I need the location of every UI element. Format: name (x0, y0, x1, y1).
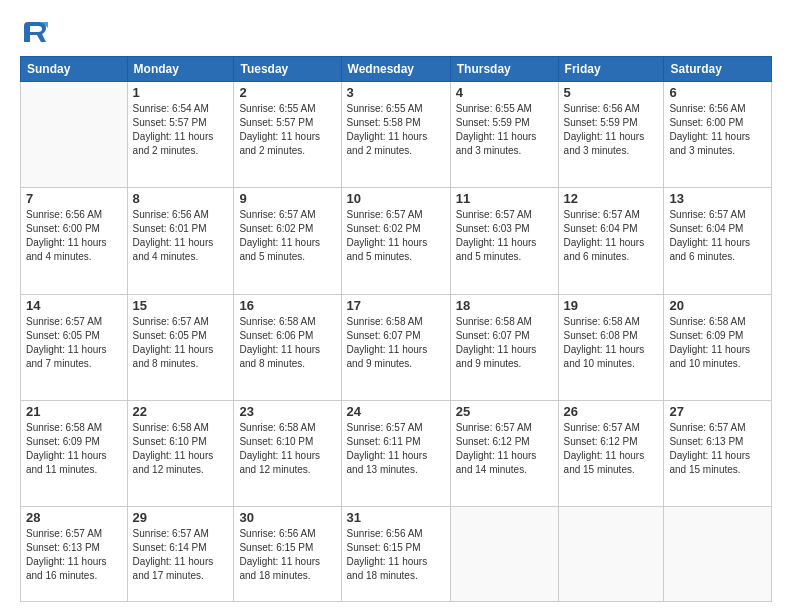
day-info: Sunrise: 6:56 AMSunset: 6:15 PMDaylight:… (239, 527, 335, 583)
day-cell: 2Sunrise: 6:55 AMSunset: 5:57 PMDaylight… (234, 82, 341, 188)
day-info: Sunrise: 6:58 AMSunset: 6:08 PMDaylight:… (564, 315, 659, 371)
day-info: Sunrise: 6:57 AMSunset: 6:04 PMDaylight:… (564, 208, 659, 264)
day-number: 23 (239, 404, 335, 419)
day-info: Sunrise: 6:57 AMSunset: 6:02 PMDaylight:… (347, 208, 445, 264)
day-info: Sunrise: 6:58 AMSunset: 6:06 PMDaylight:… (239, 315, 335, 371)
week-row-3: 14Sunrise: 6:57 AMSunset: 6:05 PMDayligh… (21, 294, 772, 400)
day-cell: 6Sunrise: 6:56 AMSunset: 6:00 PMDaylight… (664, 82, 772, 188)
day-info: Sunrise: 6:57 AMSunset: 6:13 PMDaylight:… (669, 421, 766, 477)
day-cell (664, 507, 772, 602)
day-cell (450, 507, 558, 602)
header (20, 18, 772, 46)
header-row: SundayMondayTuesdayWednesdayThursdayFrid… (21, 57, 772, 82)
day-cell: 20Sunrise: 6:58 AMSunset: 6:09 PMDayligh… (664, 294, 772, 400)
col-header-friday: Friday (558, 57, 664, 82)
day-cell: 21Sunrise: 6:58 AMSunset: 6:09 PMDayligh… (21, 401, 128, 507)
day-cell: 24Sunrise: 6:57 AMSunset: 6:11 PMDayligh… (341, 401, 450, 507)
day-number: 6 (669, 85, 766, 100)
day-cell: 26Sunrise: 6:57 AMSunset: 6:12 PMDayligh… (558, 401, 664, 507)
day-number: 24 (347, 404, 445, 419)
day-cell: 23Sunrise: 6:58 AMSunset: 6:10 PMDayligh… (234, 401, 341, 507)
day-cell: 29Sunrise: 6:57 AMSunset: 6:14 PMDayligh… (127, 507, 234, 602)
day-number: 4 (456, 85, 553, 100)
day-cell: 14Sunrise: 6:57 AMSunset: 6:05 PMDayligh… (21, 294, 128, 400)
day-cell: 18Sunrise: 6:58 AMSunset: 6:07 PMDayligh… (450, 294, 558, 400)
day-number: 15 (133, 298, 229, 313)
day-number: 29 (133, 510, 229, 525)
day-number: 31 (347, 510, 445, 525)
day-cell: 27Sunrise: 6:57 AMSunset: 6:13 PMDayligh… (664, 401, 772, 507)
day-cell: 16Sunrise: 6:58 AMSunset: 6:06 PMDayligh… (234, 294, 341, 400)
day-number: 30 (239, 510, 335, 525)
day-number: 26 (564, 404, 659, 419)
day-info: Sunrise: 6:57 AMSunset: 6:12 PMDaylight:… (564, 421, 659, 477)
day-info: Sunrise: 6:58 AMSunset: 6:09 PMDaylight:… (669, 315, 766, 371)
day-cell: 25Sunrise: 6:57 AMSunset: 6:12 PMDayligh… (450, 401, 558, 507)
day-number: 9 (239, 191, 335, 206)
day-cell: 11Sunrise: 6:57 AMSunset: 6:03 PMDayligh… (450, 188, 558, 294)
day-cell: 5Sunrise: 6:56 AMSunset: 5:59 PMDaylight… (558, 82, 664, 188)
day-info: Sunrise: 6:56 AMSunset: 6:00 PMDaylight:… (26, 208, 122, 264)
page: SundayMondayTuesdayWednesdayThursdayFrid… (0, 0, 792, 612)
day-info: Sunrise: 6:57 AMSunset: 6:02 PMDaylight:… (239, 208, 335, 264)
day-info: Sunrise: 6:57 AMSunset: 6:14 PMDaylight:… (133, 527, 229, 583)
day-number: 5 (564, 85, 659, 100)
day-info: Sunrise: 6:57 AMSunset: 6:05 PMDaylight:… (133, 315, 229, 371)
logo-icon (20, 18, 48, 46)
day-info: Sunrise: 6:54 AMSunset: 5:57 PMDaylight:… (133, 102, 229, 158)
day-info: Sunrise: 6:58 AMSunset: 6:07 PMDaylight:… (456, 315, 553, 371)
day-info: Sunrise: 6:57 AMSunset: 6:05 PMDaylight:… (26, 315, 122, 371)
day-cell: 1Sunrise: 6:54 AMSunset: 5:57 PMDaylight… (127, 82, 234, 188)
day-cell: 31Sunrise: 6:56 AMSunset: 6:15 PMDayligh… (341, 507, 450, 602)
day-number: 22 (133, 404, 229, 419)
day-number: 19 (564, 298, 659, 313)
day-cell: 28Sunrise: 6:57 AMSunset: 6:13 PMDayligh… (21, 507, 128, 602)
day-cell (558, 507, 664, 602)
day-number: 7 (26, 191, 122, 206)
day-info: Sunrise: 6:58 AMSunset: 6:10 PMDaylight:… (133, 421, 229, 477)
day-info: Sunrise: 6:57 AMSunset: 6:11 PMDaylight:… (347, 421, 445, 477)
day-cell: 30Sunrise: 6:56 AMSunset: 6:15 PMDayligh… (234, 507, 341, 602)
day-number: 3 (347, 85, 445, 100)
logo (20, 18, 52, 46)
day-cell: 12Sunrise: 6:57 AMSunset: 6:04 PMDayligh… (558, 188, 664, 294)
day-number: 25 (456, 404, 553, 419)
day-number: 17 (347, 298, 445, 313)
day-info: Sunrise: 6:56 AMSunset: 5:59 PMDaylight:… (564, 102, 659, 158)
day-info: Sunrise: 6:56 AMSunset: 6:15 PMDaylight:… (347, 527, 445, 583)
day-number: 28 (26, 510, 122, 525)
day-number: 10 (347, 191, 445, 206)
col-header-tuesday: Tuesday (234, 57, 341, 82)
day-info: Sunrise: 6:56 AMSunset: 6:01 PMDaylight:… (133, 208, 229, 264)
col-header-monday: Monday (127, 57, 234, 82)
day-cell: 4Sunrise: 6:55 AMSunset: 5:59 PMDaylight… (450, 82, 558, 188)
day-info: Sunrise: 6:58 AMSunset: 6:10 PMDaylight:… (239, 421, 335, 477)
day-number: 8 (133, 191, 229, 206)
col-header-sunday: Sunday (21, 57, 128, 82)
day-number: 2 (239, 85, 335, 100)
day-info: Sunrise: 6:57 AMSunset: 6:03 PMDaylight:… (456, 208, 553, 264)
day-info: Sunrise: 6:58 AMSunset: 6:07 PMDaylight:… (347, 315, 445, 371)
col-header-thursday: Thursday (450, 57, 558, 82)
day-cell: 10Sunrise: 6:57 AMSunset: 6:02 PMDayligh… (341, 188, 450, 294)
day-number: 21 (26, 404, 122, 419)
day-info: Sunrise: 6:55 AMSunset: 5:59 PMDaylight:… (456, 102, 553, 158)
day-info: Sunrise: 6:57 AMSunset: 6:12 PMDaylight:… (456, 421, 553, 477)
day-cell: 15Sunrise: 6:57 AMSunset: 6:05 PMDayligh… (127, 294, 234, 400)
day-number: 20 (669, 298, 766, 313)
calendar-table: SundayMondayTuesdayWednesdayThursdayFrid… (20, 56, 772, 602)
day-info: Sunrise: 6:57 AMSunset: 6:13 PMDaylight:… (26, 527, 122, 583)
week-row-4: 21Sunrise: 6:58 AMSunset: 6:09 PMDayligh… (21, 401, 772, 507)
day-number: 11 (456, 191, 553, 206)
day-cell: 13Sunrise: 6:57 AMSunset: 6:04 PMDayligh… (664, 188, 772, 294)
day-info: Sunrise: 6:56 AMSunset: 6:00 PMDaylight:… (669, 102, 766, 158)
day-cell: 17Sunrise: 6:58 AMSunset: 6:07 PMDayligh… (341, 294, 450, 400)
day-info: Sunrise: 6:58 AMSunset: 6:09 PMDaylight:… (26, 421, 122, 477)
week-row-1: 1Sunrise: 6:54 AMSunset: 5:57 PMDaylight… (21, 82, 772, 188)
day-number: 13 (669, 191, 766, 206)
day-cell: 7Sunrise: 6:56 AMSunset: 6:00 PMDaylight… (21, 188, 128, 294)
day-number: 16 (239, 298, 335, 313)
day-cell: 8Sunrise: 6:56 AMSunset: 6:01 PMDaylight… (127, 188, 234, 294)
day-info: Sunrise: 6:55 AMSunset: 5:58 PMDaylight:… (347, 102, 445, 158)
day-number: 27 (669, 404, 766, 419)
